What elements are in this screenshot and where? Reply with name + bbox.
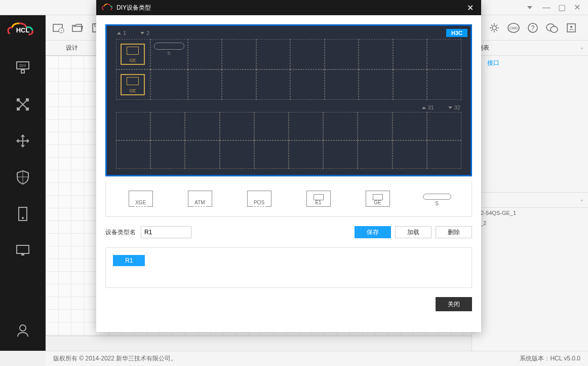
slot[interactable] <box>427 112 461 140</box>
slot[interactable] <box>393 112 427 140</box>
wechat-icon[interactable] <box>544 20 560 35</box>
ge-port[interactable]: GE <box>121 74 145 95</box>
device-row-2[interactable]: 8_2 <box>472 218 588 228</box>
saved-device-item[interactable]: R1 <box>113 255 145 266</box>
slot[interactable] <box>150 140 185 169</box>
server-icon[interactable] <box>13 204 33 224</box>
dropdown-icon[interactable] <box>527 6 532 9</box>
slot[interactable] <box>289 140 323 169</box>
new-file-icon[interactable]: + <box>51 20 66 35</box>
slot[interactable] <box>359 69 393 100</box>
slot[interactable] <box>290 39 325 69</box>
slot[interactable] <box>150 69 188 100</box>
slot[interactable] <box>222 39 256 69</box>
slot[interactable] <box>256 69 291 100</box>
minimize-button[interactable]: — <box>540 2 553 14</box>
open-file-icon[interactable] <box>70 20 85 35</box>
shield-icon[interactable] <box>13 167 33 188</box>
slot[interactable] <box>358 140 392 169</box>
slot[interactable] <box>254 140 289 169</box>
slot[interactable] <box>116 112 150 140</box>
slot[interactable] <box>188 39 222 69</box>
topology-icon[interactable] <box>13 94 33 115</box>
s-port[interactable]: S <box>154 43 184 58</box>
slot[interactable] <box>185 112 219 140</box>
palette-atm[interactable]: ATM <box>185 191 215 208</box>
slot[interactable] <box>188 69 222 100</box>
collapse-icon-2[interactable]: ▫ <box>581 197 583 204</box>
maximize-button[interactable]: ▢ <box>556 2 568 14</box>
slot[interactable] <box>220 140 254 169</box>
slot[interactable] <box>359 39 393 69</box>
slot[interactable] <box>222 69 256 100</box>
tab-design[interactable]: 设计 <box>46 41 99 55</box>
slot[interactable] <box>116 140 150 169</box>
move-icon[interactable] <box>13 131 33 151</box>
delete-button[interactable]: 删除 <box>436 226 472 238</box>
feedback-icon[interactable] <box>564 20 579 35</box>
slot[interactable]: S <box>150 39 188 69</box>
right-panel: 列表 ▫ 接口 ▫ V2-54QS-GE_1 8_2 <box>472 41 588 351</box>
modal-title-text: DIY设备类型 <box>116 4 151 12</box>
slot[interactable] <box>150 112 185 140</box>
slot[interactable] <box>393 39 427 69</box>
svg-rect-3 <box>21 70 24 73</box>
left-sidebar: HCL DIY <box>0 15 46 351</box>
svg-point-25 <box>570 26 572 28</box>
device-chassis: H3C 1 2 GE S GE 31 32 <box>105 24 472 176</box>
slot[interactable]: GE <box>116 39 150 69</box>
palette-s[interactable]: S <box>422 192 452 206</box>
nav-up-icon[interactable] <box>117 32 121 34</box>
copyright-text: 版权所有 © 2014-2022 新华三技术有限公司。 <box>53 354 177 363</box>
slot[interactable] <box>185 140 219 169</box>
slot[interactable] <box>427 69 461 100</box>
slot-grid-top: GE S GE <box>116 39 461 100</box>
palette-xge[interactable]: XGE <box>126 191 156 208</box>
nav-down-icon[interactable] <box>448 106 452 109</box>
slot[interactable] <box>393 140 427 169</box>
palette-e1[interactable]: E1 <box>303 191 334 208</box>
slot[interactable] <box>393 69 427 100</box>
slot[interactable] <box>325 69 359 100</box>
close-window-button[interactable]: ✕ <box>571 2 583 14</box>
svg-text:CMD: CMD <box>509 26 518 30</box>
settings-icon[interactable] <box>487 20 502 35</box>
nav-down-icon[interactable] <box>140 32 144 34</box>
monitor-icon[interactable] <box>13 240 33 261</box>
: R1 <box>105 247 472 288</box>
slot[interactable] <box>254 112 289 140</box>
svg-text:+: + <box>60 28 63 33</box>
close-button[interactable]: 关闭 <box>436 297 472 311</box>
slot[interactable] <box>427 39 461 69</box>
load-button[interactable]: 加载 <box>395 226 432 238</box>
device-row-1[interactable]: V2-54QS-GE_1 <box>472 208 588 218</box>
diy-device-modal: DIY设备类型 ✕ H3C 1 2 GE S GE 31 <box>96 0 481 332</box>
slot[interactable] <box>256 39 291 69</box>
collapse-icon[interactable]: ▫ <box>581 45 583 52</box>
slot[interactable] <box>289 112 323 140</box>
slot[interactable] <box>323 112 358 140</box>
diy-icon[interactable]: DIY <box>13 58 33 78</box>
ge-port[interactable]: GE <box>121 44 145 65</box>
device-name-input[interactable] <box>141 226 191 238</box>
slot[interactable] <box>325 39 359 69</box>
slot[interactable] <box>358 112 392 140</box>
help-icon[interactable]: ? <box>525 20 540 35</box>
slot[interactable]: GE <box>116 69 150 100</box>
slot[interactable] <box>220 112 254 140</box>
version-text: 系统版本：HCL v5.0.0 <box>520 354 580 363</box>
palette-ge[interactable]: GE <box>363 191 393 208</box>
svg-rect-6 <box>17 107 20 111</box>
right-panel-link-interface[interactable]: 接口 <box>472 56 588 70</box>
slot[interactable] <box>427 140 461 169</box>
slot-nav-top: 1 2 <box>117 30 149 36</box>
save-button[interactable]: 保存 <box>355 226 391 238</box>
palette-pos[interactable]: POS <box>244 191 275 208</box>
cmd-icon[interactable]: CMD <box>506 20 521 35</box>
modal-close-button[interactable]: ✕ <box>464 3 476 13</box>
user-icon[interactable] <box>13 320 33 341</box>
slot[interactable] <box>323 140 358 169</box>
slot[interactable] <box>290 69 325 100</box>
nav-up-icon[interactable] <box>422 106 426 109</box>
svg-point-23 <box>551 26 558 32</box>
